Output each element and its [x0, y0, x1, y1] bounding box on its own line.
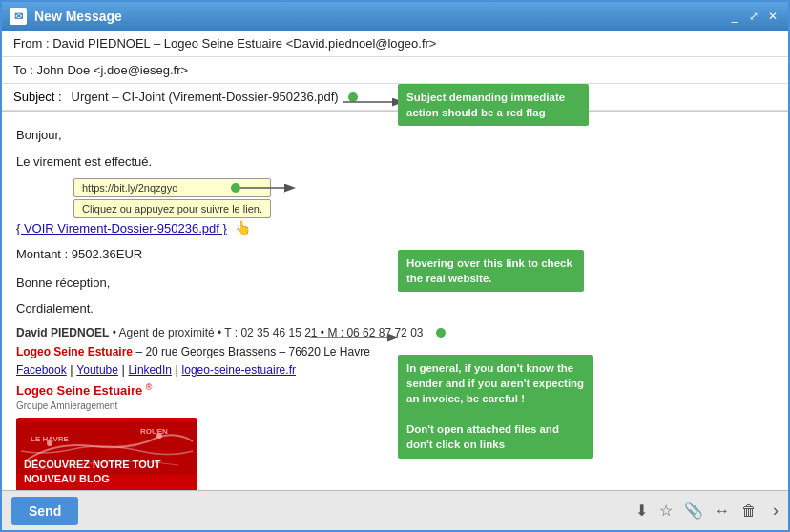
document-link[interactable]: { VOIR Virement-Dossier-950236.pdf } — [16, 221, 227, 235]
resize-button[interactable]: ⤢ — [746, 9, 761, 24]
annot3-warning: Don't open attached files and don't clic… — [406, 423, 559, 450]
title-bar-left: ✉ New Message — [10, 8, 122, 25]
to-label: To : — [13, 63, 33, 77]
greeting: Bonjour, — [16, 126, 774, 145]
close-button[interactable]: ✕ — [765, 9, 780, 24]
banner-title: DÉCOUVREZ NOTRE TOUT NOUVEAU BLOG — [24, 458, 190, 485]
from-value: David PIEDNOEL – Logeo Seine Estuaire <D… — [52, 36, 436, 51]
closing: Bonne réception, Cordialement. — [16, 274, 774, 318]
svg-point-7 — [47, 440, 52, 446]
footer-icons: ⬇ ☆ 📎 ↔ 🗑 › — [635, 501, 779, 521]
annot3-text: In general, if you don't know the sender… — [406, 362, 584, 404]
bullet1: • — [113, 326, 119, 339]
signature-block: David PIEDNOEL • Agent de proximité • T … — [16, 326, 774, 339]
montant: Montant : 9502.36EUR — [16, 245, 774, 264]
facebook-link[interactable]: Facebook — [16, 363, 67, 377]
content-area: Bonjour, Le virement est effectué. https… — [2, 112, 788, 490]
signature-name: David PIEDNOEL — [16, 326, 109, 339]
attach-icon[interactable]: 📎 — [684, 501, 703, 520]
signature-phone: T : 02 35 46 15 21 — [224, 326, 317, 339]
window-controls: _ ⤢ ✕ — [727, 9, 780, 24]
banner-content: DÉCOUVREZ NOTRE TOUT NOUVEAU BLOG S'enga… — [24, 458, 190, 490]
from-row: From : David PIEDNOEL – Logeo Seine Estu… — [2, 31, 788, 57]
send-button[interactable]: Send — [11, 497, 78, 525]
signature-mobile: M : 06 62 87 72 03 — [327, 326, 423, 339]
to-row: To : John Doe <j.doe@ieseg.fr> — [2, 57, 788, 84]
star-icon[interactable]: ☆ — [659, 501, 673, 520]
svg-point-8 — [156, 433, 162, 439]
title-bar: ✉ New Message _ ⤢ ✕ — [2, 2, 788, 31]
email-window: ✉ New Message _ ⤢ ✕ From : David PIEDNOE… — [0, 0, 790, 532]
company-address: Logeo Seine Estuaire – 20 rue Georges Br… — [16, 345, 774, 358]
delete-icon[interactable]: 🗑 — [741, 502, 757, 520]
window-title: New Message — [34, 9, 122, 24]
footer-bar: Send ⬇ ☆ 📎 ↔ 🗑 › — [2, 490, 788, 530]
social-links: Facebook | Youtube | LinkedIn | logeo-se… — [16, 362, 774, 377]
more-options-chevron[interactable]: › — [773, 501, 779, 521]
subject-dot — [348, 92, 358, 102]
company-line: Logeo Seine Estuaire — [16, 345, 133, 358]
tooltip-wrapper: https://bit.ly/2nqzgyo Cliquez ou appuye… — [73, 178, 271, 220]
groupe-text: Groupe Amnieragement — [16, 400, 117, 411]
line2: Le virement est effectué. — [16, 153, 774, 172]
subject-label: Subject : — [13, 90, 62, 104]
logo-banner: LE HAVRE ROUEN DÉCOUVREZ NOTRE TOUT NOUV… — [16, 418, 198, 490]
link-icon[interactable]: ↔ — [715, 502, 730, 520]
banner-subtitle: S'engager, Innover, Vivre, toute l'actua… — [24, 488, 190, 490]
sep2: | — [122, 362, 129, 377]
subject-row: Subject : Urgent – CI-Joint (Virement-Do… — [2, 84, 788, 111]
company-name-red: Logeo Seine Estuaire — [16, 345, 133, 358]
youtube-link[interactable]: Youtube — [76, 363, 118, 377]
annotation-link: Hovering over this link to check the rea… — [398, 250, 584, 292]
signature-dot — [436, 328, 446, 338]
link-container: https://bit.ly/2nqzgyo Cliquez ou appuye… — [16, 178, 774, 235]
tooltip-hint: Cliquez ou appuyez pour suivre le lien. — [73, 199, 271, 218]
logo-company-name: Logeo Seine Estuaire — [16, 383, 142, 398]
sep3: | — [176, 362, 182, 377]
cordialement: Cordialement. — [16, 299, 774, 318]
signature-role: Agent de proximité — [119, 326, 215, 339]
address: – 20 rue Georges Brassens – 76620 Le Hav… — [135, 345, 369, 358]
email-body: Bonjour, Le virement est effectué. https… — [2, 112, 788, 490]
bonne-reception: Bonne réception, — [16, 274, 774, 293]
download-icon[interactable]: ⬇ — [635, 501, 648, 520]
tooltip-url: https://bit.ly/2nqzgyo — [73, 178, 271, 197]
site-link[interactable]: logeo-seine-estuaire.fr — [182, 363, 296, 377]
annotation-sender: In general, if you don't know the sender… — [398, 355, 593, 459]
linkedin-link[interactable]: LinkedIn — [129, 363, 172, 377]
subject-value: Urgent – CI-Joint (Virement-Dossier-9502… — [72, 90, 339, 104]
email-icon: ✉ — [10, 8, 27, 25]
email-header: From : David PIEDNOEL – Logeo Seine Estu… — [2, 31, 788, 112]
annotation-subject: Subject demanding immediate action shoul… — [398, 84, 589, 126]
to-value: John Doe <j.doe@ieseg.fr> — [37, 63, 188, 77]
from-label: From : — [13, 36, 50, 51]
cursor-icon: 👆 — [235, 220, 251, 235]
company-logo-area: Logeo Seine Estuaire ® Groupe Amnieragem… — [16, 382, 774, 412]
minimize-button[interactable]: _ — [727, 9, 742, 24]
svg-text:ROUEN: ROUEN — [140, 427, 168, 436]
